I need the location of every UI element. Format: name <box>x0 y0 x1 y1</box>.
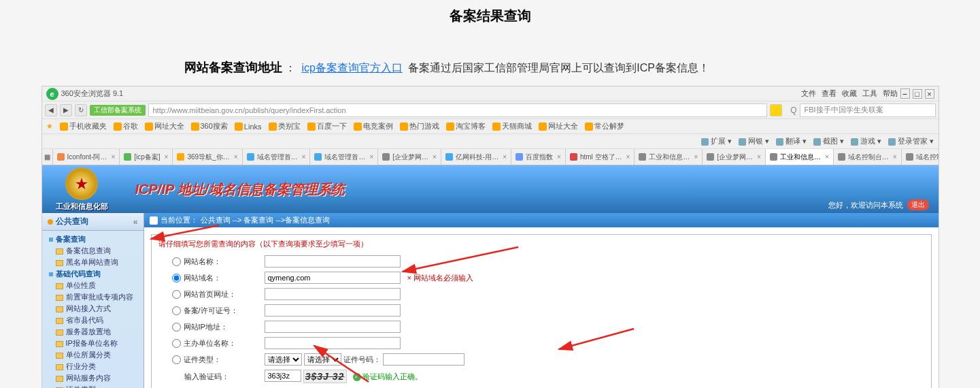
window-min-icon[interactable]: ‒ <box>900 88 910 99</box>
cert-num-input[interactable] <box>383 353 464 366</box>
tab-close-icon[interactable]: × <box>302 153 306 161</box>
tab-close-icon[interactable]: × <box>694 153 698 161</box>
captcha-input[interactable] <box>265 370 301 382</box>
extension-item[interactable]: 翻译 ▾ <box>776 136 807 146</box>
bookmark-item[interactable]: 电竞案例 <box>354 121 393 131</box>
sidebar-item[interactable]: 单位性质 <box>42 280 143 291</box>
sidebar-item[interactable]: 前置审批或专项内容 <box>42 291 143 303</box>
bookmark-item[interactable]: 天猫商城 <box>492 121 532 131</box>
sidebar-item[interactable]: 证件类型 <box>42 384 143 388</box>
sidebar-category[interactable]: 基础代码查询 <box>42 268 143 280</box>
bookmark-item[interactable]: Links <box>235 121 262 131</box>
extension-item[interactable]: 扩展 ▾ <box>701 136 732 146</box>
query-type-radio[interactable] <box>172 306 181 315</box>
tab-close-icon[interactable]: × <box>165 153 169 161</box>
cert-subtype-select[interactable]: 请选择 <box>304 353 341 366</box>
query-type-radio[interactable] <box>172 323 181 332</box>
field-input[interactable] <box>265 337 401 349</box>
captcha-image[interactable]: 3$3J 32 <box>303 370 347 383</box>
top-menu-item[interactable]: 工具 <box>862 88 877 99</box>
tab-close-icon[interactable]: × <box>234 153 238 161</box>
tab-list-icon[interactable]: ▦ <box>42 149 53 165</box>
field-input[interactable] <box>265 304 401 317</box>
bookmark-item[interactable]: 手机收藏夹 <box>60 121 107 131</box>
window-max-icon[interactable]: □ <box>913 89 922 99</box>
window-close-icon[interactable]: × <box>925 89 934 99</box>
tab-close-icon[interactable]: × <box>893 153 897 161</box>
bookmark-item[interactable]: 网址大全 <box>539 121 578 131</box>
extension-item[interactable]: 登录管家 ▾ <box>888 136 934 146</box>
tab-label: 工业和信息… <box>649 152 690 162</box>
tab-close-icon[interactable]: × <box>825 153 829 161</box>
extension-item[interactable]: 游戏 ▾ <box>851 136 881 146</box>
sidebar-title: 公共查询 <box>56 216 88 227</box>
field-input[interactable] <box>265 255 401 268</box>
browser-tab[interactable]: 域名控制台…× <box>902 149 939 165</box>
top-menu-item[interactable]: 文件 <box>801 88 816 99</box>
top-menu-item[interactable]: 帮助 <box>883 88 898 99</box>
collapse-icon[interactable]: « <box>133 217 138 227</box>
bookmark-item[interactable]: 类别宝 <box>269 121 301 131</box>
browser-tab[interactable]: Iconfont-阿…× <box>53 149 120 165</box>
sidebar-item[interactable]: 黑名单网站查询 <box>42 257 143 268</box>
lightning-icon[interactable]: ⚡ <box>770 104 782 116</box>
icp-official-link[interactable]: icp备案查询官方入口 <box>301 62 402 74</box>
sidebar-item[interactable]: 服务器放置地 <box>42 326 143 338</box>
field-input[interactable] <box>265 272 401 284</box>
url-input[interactable]: http://www.miitbeian.gov.cn/publish/quer… <box>148 103 768 117</box>
page-title: 备案结果查询 <box>0 7 980 25</box>
browser-tab[interactable]: 百度指数× <box>511 149 566 165</box>
sidebar-item[interactable]: 网站接入方式 <box>42 303 143 314</box>
tab-close-icon[interactable]: × <box>757 153 761 161</box>
browser-tab[interactable]: 亿网科技-用…× <box>441 149 511 165</box>
browser-tab[interactable]: html 空格了…× <box>566 149 635 165</box>
bookmark-item[interactable]: 网址大全 <box>145 121 184 131</box>
top-menu-item[interactable]: 收藏 <box>842 88 857 99</box>
field-input[interactable] <box>265 321 401 333</box>
cert-type-select[interactable]: 请选择 <box>265 353 302 366</box>
browser-tab[interactable]: 域名管理首…× <box>310 149 378 165</box>
nav-forward-icon[interactable]: ▶ <box>60 104 72 116</box>
browser-tab[interactable]: 工业和信息…× <box>635 149 703 165</box>
query-type-radio[interactable] <box>172 290 181 299</box>
bookmark-item[interactable]: 谷歌 <box>114 121 138 131</box>
tab-close-icon[interactable]: × <box>433 153 437 161</box>
browser-tab[interactable]: 369导航_你…× <box>173 149 242 165</box>
bookmark-item[interactable]: 常公解梦 <box>585 121 624 131</box>
browser-tab[interactable]: 工业和信息…× <box>766 149 834 165</box>
query-type-radio[interactable] <box>172 257 181 266</box>
bookmark-star-icon[interactable]: ★ <box>46 122 53 131</box>
sidebar-item[interactable]: 备案信息查询 <box>42 245 143 257</box>
bookmark-item[interactable]: 热门游戏 <box>400 121 439 131</box>
tab-close-icon[interactable]: × <box>111 153 115 161</box>
browser-tab[interactable]: 域名管理首…× <box>243 149 311 165</box>
browser-tab[interactable]: [企业梦网…× <box>378 149 441 165</box>
tab-close-icon[interactable]: × <box>503 153 507 161</box>
browser-tab[interactable]: 域名控制台…× <box>834 149 902 165</box>
bookmark-item[interactable]: 360搜索 <box>191 121 228 131</box>
bookmark-item[interactable]: 百度一下 <box>307 121 347 131</box>
sidebar-item[interactable]: 网站服务内容 <box>42 372 143 384</box>
nav-reload-icon[interactable]: ↻ <box>75 104 87 116</box>
sidebar-item[interactable]: IP报备单位名称 <box>42 338 143 349</box>
sidebar-category[interactable]: 备案查询 <box>42 233 143 245</box>
tab-close-icon[interactable]: × <box>369 153 373 161</box>
sidebar-item[interactable]: 单位所属分类 <box>42 349 143 361</box>
tab-close-icon[interactable]: × <box>626 153 630 161</box>
query-type-radio[interactable] <box>172 355 181 364</box>
exit-button[interactable]: 退出 <box>907 199 929 210</box>
sidebar-item[interactable]: 行业分类 <box>42 361 143 372</box>
tab-close-icon[interactable]: × <box>557 153 561 161</box>
extension-item[interactable]: 网银 ▾ <box>739 136 769 146</box>
browser-tab[interactable]: [企业梦网…× <box>703 149 766 165</box>
sidebar-item[interactable]: 省市县代码 <box>42 314 143 326</box>
query-type-radio[interactable] <box>172 339 181 348</box>
field-input[interactable] <box>265 288 401 300</box>
extension-item[interactable]: 截图 ▾ <box>813 136 844 146</box>
bookmark-item[interactable]: 淘宝博客 <box>446 121 486 131</box>
top-menu-item[interactable]: 查看 <box>822 88 837 99</box>
query-type-radio[interactable] <box>172 274 181 282</box>
browser-search-input[interactable]: FBI接手中国学生失联案 <box>800 103 936 117</box>
nav-back-icon[interactable]: ◀ <box>45 104 57 116</box>
browser-tab[interactable]: [icp备案]× <box>120 149 173 165</box>
